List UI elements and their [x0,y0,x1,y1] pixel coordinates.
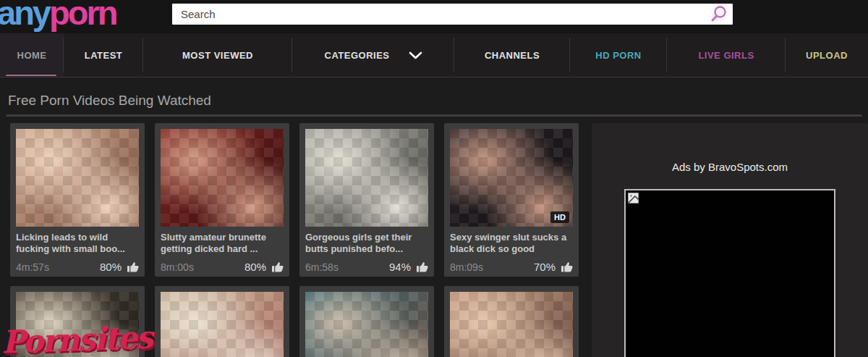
video-title: Sexy swinger slut sucks a black dick so … [450,232,573,256]
search-input[interactable] [172,4,733,25]
rating-percent: 80% [100,261,122,273]
nav-label-hd-porn: HD PORN [595,50,641,61]
video-thumbnail[interactable] [305,292,428,357]
nav-label-latest: LATEST [85,50,123,61]
video-rating: 70% [534,261,573,273]
video-card[interactable]: Licking leads to wild fucking with small… [10,123,145,277]
video-duration: 8m:09s [450,261,483,273]
nav-label-live-girls: LIVE GIRLS [698,50,754,61]
video-grid: Licking leads to wild fucking with small… [10,123,589,357]
video-rating: 80% [100,261,139,273]
video-thumbnail[interactable] [161,129,284,227]
video-thumbnail[interactable]: HD [450,129,573,227]
video-meta: 8m:00s 80% [161,261,284,273]
nav-label-upload: UPLOAD [806,50,848,61]
video-card[interactable] [299,286,434,357]
chevron-down-icon[interactable] [409,51,422,59]
video-meta: 6m:58s 94% [305,261,428,273]
rating-percent: 94% [389,261,411,273]
video-meta: 8m:09s 70% [450,261,573,273]
video-duration: 8m:00s [161,261,194,273]
hd-badge: HD [550,211,569,223]
video-thumbnail[interactable] [16,129,139,227]
video-meta: 4m:57s 80% [16,261,139,273]
nav-item-latest[interactable]: LATEST [64,33,143,77]
nav-label-most-viewed: MOST VIEWED [182,50,253,61]
nav-label-categories: CATEGORIES [325,50,390,61]
logo-part-any: any [0,0,49,32]
logo-part-porn: porn [49,0,116,32]
nav-item-live-girls[interactable]: LIVE GIRLS [667,33,786,77]
rating-percent: 80% [244,261,266,273]
ad-panel: Ads by BravoSpots.com [592,123,868,357]
nav-item-categories[interactable]: CATEGORIES [292,33,454,77]
video-card[interactable]: Gorgeous girls get their butts punished … [299,123,434,277]
video-card[interactable]: HD Sexy swinger slut sucks a black dick … [444,123,579,277]
nav-label-home: HOME [17,50,47,61]
page: anyporn HOME LATEST MOST VIEWED CATEGORI… [0,0,868,357]
thumbs-up-icon [416,261,428,273]
ad-frame[interactable] [624,189,835,357]
nav-label-channels: CHANNELS [485,50,540,61]
site-logo[interactable]: anyporn [0,0,116,32]
header: anyporn [0,0,868,33]
video-thumbnail[interactable] [305,129,428,227]
main-nav: HOME LATEST MOST VIEWED CATEGORIES CHANN… [0,33,868,77]
content-area: Licking leads to wild fucking with small… [0,123,868,357]
video-thumbnail[interactable] [450,292,573,357]
thumbs-up-icon [561,261,573,273]
search-bar [172,4,733,25]
video-title: Gorgeous girls get their butts punished … [305,232,428,256]
nav-item-upload[interactable]: UPLOAD [786,33,868,77]
video-card[interactable] [155,286,289,357]
video-card[interactable] [10,286,145,357]
broken-image-icon [628,193,639,203]
nav-item-hd-porn[interactable]: HD PORN [570,33,667,77]
video-title: Licking leads to wild fucking with small… [16,232,139,256]
section-divider [6,114,862,117]
rating-percent: 70% [534,261,556,273]
magnifier-icon[interactable] [709,4,728,24]
video-duration: 6m:58s [305,261,339,273]
nav-item-channels[interactable]: CHANNELS [454,33,570,77]
video-thumbnail[interactable] [161,292,284,357]
video-card[interactable] [444,286,579,357]
video-duration: 4m:57s [16,261,49,273]
ad-provider-label: Ads by BravoSpots.com [592,123,868,173]
thumbs-up-icon [271,261,284,273]
video-thumbnail[interactable] [16,292,139,357]
page-title: Free Porn Videos Being Watched [0,77,868,109]
video-title: Slutty amateur brunette getting dicked h… [161,232,284,256]
thumbs-up-icon [127,261,139,273]
nav-item-most-viewed[interactable]: MOST VIEWED [143,33,292,77]
video-card[interactable]: Slutty amateur brunette getting dicked h… [155,123,289,277]
nav-item-home[interactable]: HOME [0,33,64,77]
video-rating: 80% [244,261,284,273]
video-rating: 94% [389,261,428,273]
